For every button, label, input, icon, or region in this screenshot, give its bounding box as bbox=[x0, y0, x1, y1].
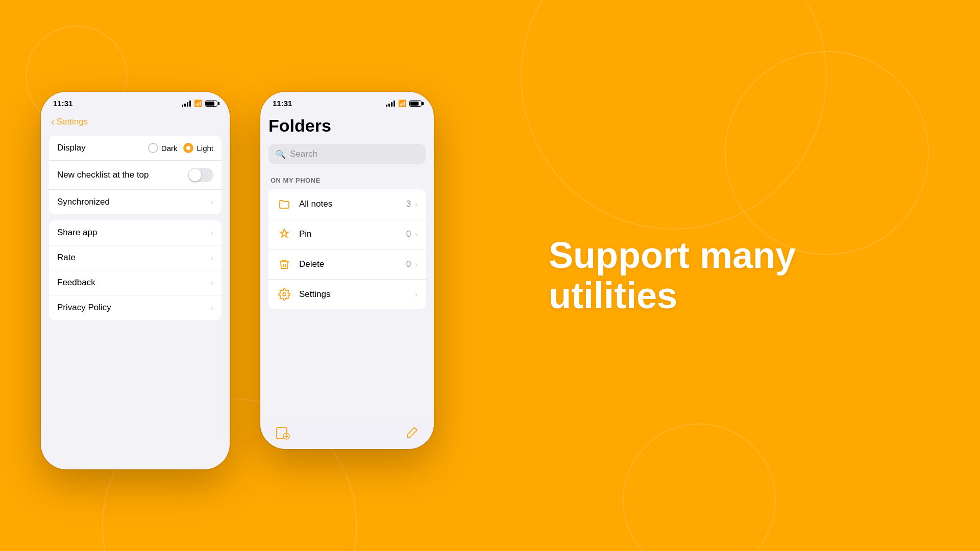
status-bar-1: 11:31 📶 bbox=[41, 92, 230, 112]
pin-icon bbox=[277, 227, 292, 242]
all-notes-right: 3 › bbox=[406, 199, 418, 209]
delete-row-left: Delete bbox=[277, 257, 324, 272]
share-app-chevron-icon: › bbox=[211, 229, 213, 237]
battery-icon-2 bbox=[409, 101, 422, 107]
display-options: Dark Light bbox=[148, 143, 213, 153]
settings-gear-icon bbox=[277, 287, 292, 302]
rate-chevron-icon: › bbox=[211, 254, 213, 262]
search-placeholder: Search bbox=[290, 149, 317, 159]
settings-screen: Display Dark Light New checkli bbox=[41, 136, 230, 469]
light-label: Light bbox=[197, 144, 213, 153]
folder-row-left: All notes bbox=[277, 196, 332, 212]
page-content: 11:31 📶 ‹ Settings bbox=[0, 0, 980, 551]
folders-screen: Folders 🔍 Search On My Phone bbox=[260, 112, 434, 309]
folder-row-all-notes[interactable]: All notes 3 › bbox=[268, 189, 426, 219]
folder-row-settings[interactable]: Settings › bbox=[268, 280, 426, 309]
add-note-icon[interactable] bbox=[276, 425, 290, 443]
settings-chevron-icon: › bbox=[415, 290, 418, 298]
back-button[interactable]: ‹ Settings bbox=[53, 116, 217, 128]
signal-icon-1 bbox=[182, 101, 191, 107]
settings-row-synchronized[interactable]: Synchronized › bbox=[49, 190, 222, 214]
search-icon: 🔍 bbox=[276, 149, 286, 159]
all-notes-chevron-icon: › bbox=[415, 200, 418, 208]
hero-text: Support many utilities bbox=[549, 235, 855, 316]
settings-folder-label: Settings bbox=[299, 289, 330, 299]
folder-icon-all-notes bbox=[277, 196, 292, 212]
all-notes-count: 3 bbox=[406, 199, 411, 209]
privacy-chevron-icon: › bbox=[211, 304, 213, 312]
pin-right: 0 › bbox=[406, 229, 418, 239]
share-app-label: Share app bbox=[57, 228, 97, 238]
toggle-thumb bbox=[189, 169, 201, 181]
status-icons-2: 📶 bbox=[386, 99, 422, 107]
pin-label: Pin bbox=[299, 229, 312, 239]
folders-list: All notes 3 › Pin bbox=[268, 189, 426, 309]
settings-row-checklist: New checklist at the top bbox=[49, 161, 222, 190]
settings-row-privacy[interactable]: Privacy Policy › bbox=[49, 295, 222, 320]
back-label: Settings bbox=[57, 117, 88, 127]
wifi-icon-1: 📶 bbox=[194, 99, 202, 107]
feedback-chevron-icon: › bbox=[211, 279, 213, 287]
folder-row-delete[interactable]: Delete 0 › bbox=[268, 249, 426, 280]
checklist-toggle[interactable] bbox=[188, 168, 213, 182]
status-time-2: 11:31 bbox=[273, 99, 292, 108]
battery-icon-1 bbox=[205, 101, 217, 107]
settings-row-share[interactable]: Share app › bbox=[49, 220, 222, 245]
privacy-label: Privacy Policy bbox=[57, 303, 111, 313]
all-notes-label: All notes bbox=[299, 199, 332, 209]
signal-icon-2 bbox=[386, 101, 395, 107]
dark-label: Dark bbox=[161, 144, 178, 153]
folder-row-pin[interactable]: Pin 0 › bbox=[268, 219, 426, 249]
status-time-1: 11:31 bbox=[53, 99, 72, 108]
settings-section-1: Display Dark Light New checkli bbox=[49, 136, 222, 214]
settings-row-display: Display Dark Light bbox=[49, 136, 222, 161]
phone-toolbar bbox=[260, 419, 434, 449]
delete-label: Delete bbox=[299, 259, 324, 269]
search-bar[interactable]: 🔍 Search bbox=[268, 144, 426, 164]
synchronized-chevron-icon: › bbox=[211, 198, 213, 206]
feedback-label: Feedback bbox=[57, 278, 95, 288]
rate-label: Rate bbox=[57, 253, 76, 263]
trash-icon bbox=[277, 257, 292, 272]
back-chevron-icon: ‹ bbox=[51, 116, 55, 128]
wifi-icon-2: 📶 bbox=[398, 99, 406, 107]
pin-chevron-icon: › bbox=[415, 230, 418, 238]
phone-folders: 11:31 📶 Folders 🔍 Search bbox=[260, 92, 434, 449]
display-label: Display bbox=[57, 143, 86, 153]
checklist-label: New checklist at the top bbox=[57, 170, 149, 180]
settings-right: › bbox=[415, 290, 418, 298]
synchronized-label: Synchronized bbox=[57, 197, 110, 207]
settings-row-feedback[interactable]: Feedback › bbox=[49, 270, 222, 295]
settings-row-left: Settings bbox=[277, 287, 330, 302]
hero-section: Support many utilities bbox=[464, 235, 939, 316]
svg-point-0 bbox=[283, 293, 286, 296]
dark-radio[interactable] bbox=[148, 143, 158, 153]
pin-count: 0 bbox=[406, 229, 411, 239]
settings-section-2: Share app › Rate › Feedback › Privacy Po… bbox=[49, 220, 222, 320]
status-bar-2: 11:31 📶 bbox=[260, 92, 434, 112]
folders-title: Folders bbox=[268, 112, 426, 144]
dark-option[interactable]: Dark bbox=[148, 143, 178, 153]
light-radio[interactable] bbox=[183, 143, 193, 153]
phone-settings: 11:31 📶 ‹ Settings bbox=[41, 92, 230, 469]
delete-chevron-icon: › bbox=[415, 260, 418, 268]
settings-row-rate[interactable]: Rate › bbox=[49, 245, 222, 270]
status-icons-1: 📶 bbox=[182, 99, 217, 107]
pin-row-left: Pin bbox=[277, 227, 312, 242]
delete-count: 0 bbox=[406, 259, 411, 269]
settings-header: ‹ Settings bbox=[41, 112, 230, 136]
light-option[interactable]: Light bbox=[183, 143, 213, 153]
on-my-phone-header: On My Phone bbox=[268, 177, 426, 184]
delete-right: 0 › bbox=[406, 259, 418, 269]
compose-icon[interactable] bbox=[405, 426, 419, 442]
